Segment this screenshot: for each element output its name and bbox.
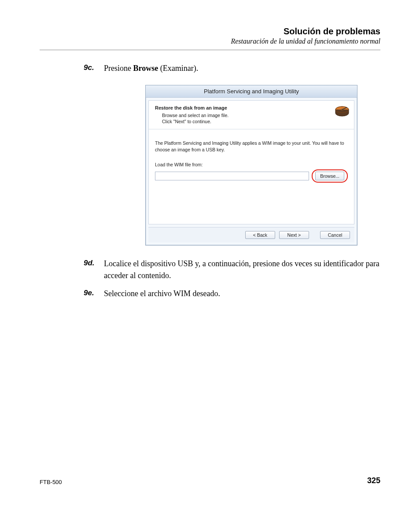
- next-button[interactable]: Next >: [279, 231, 309, 239]
- wizard-window: Platform Servicing and Imaging Utility R…: [145, 85, 357, 246]
- text-bold: Browse: [133, 64, 158, 73]
- step-number: 9c.: [84, 62, 104, 72]
- browse-button[interactable]: Browse...: [315, 172, 344, 180]
- section-subtitle: Restauración de la unidad al funcionamie…: [40, 37, 380, 45]
- text-pre: Presione: [104, 64, 133, 73]
- step-text: Seleccione el archivo WIM deseado.: [104, 288, 220, 300]
- highlight-ring: Browse...: [312, 169, 348, 183]
- page-number: 325: [367, 476, 380, 485]
- wizard-header-panel: Restore the disk from an image Browse an…: [149, 101, 354, 129]
- step-9d: 9d. Localice el dispositivo USB y, a con…: [84, 258, 380, 282]
- document-page: Solución de problemas Restauración de la…: [0, 0, 420, 510]
- step-9e: 9e. Seleccione el archivo WIM deseado.: [84, 288, 380, 300]
- file-field-label: Load the WIM file from:: [155, 161, 348, 168]
- text-post: (Examinar).: [158, 64, 198, 73]
- wizard-description: The Platform Servicing and Imaging Utili…: [155, 140, 348, 152]
- wizard-step-title: Restore the disk from an image: [155, 105, 323, 110]
- step-text: Presione Browse (Examinar).: [104, 62, 198, 74]
- header-rule: [40, 50, 380, 50]
- back-button[interactable]: < Back: [245, 231, 275, 239]
- disk-icon: [335, 105, 350, 119]
- cancel-button[interactable]: Cancel: [320, 231, 350, 239]
- page-footer: FTB-500 325: [40, 476, 380, 485]
- step-9c: 9c. Presione Browse (Examinar).: [84, 62, 380, 74]
- wizard-content: The Platform Servicing and Imaging Utili…: [149, 129, 354, 187]
- wizard-footer: < Back Next > Cancel: [148, 227, 354, 242]
- wizard-step-line: Click "Next" to continue.: [162, 118, 323, 125]
- section-title: Solución de problemas: [40, 26, 380, 37]
- wim-path-input[interactable]: [155, 172, 309, 180]
- wizard-titlebar: Platform Servicing and Imaging Utility: [146, 85, 357, 98]
- wizard-screenshot: Platform Servicing and Imaging Utility R…: [145, 85, 380, 246]
- product-model: FTB-500: [40, 479, 62, 485]
- page-header: Solución de problemas Restauración de la…: [40, 26, 380, 45]
- wizard-step-line: Browse and select an image file.: [162, 112, 323, 118]
- step-number: 9e.: [84, 288, 104, 297]
- step-text: Localice el dispositivo USB y, a continu…: [104, 258, 380, 282]
- step-number: 9d.: [84, 258, 104, 268]
- file-row: Browse...: [155, 169, 348, 183]
- wizard-body: Restore the disk from an image Browse an…: [148, 100, 354, 224]
